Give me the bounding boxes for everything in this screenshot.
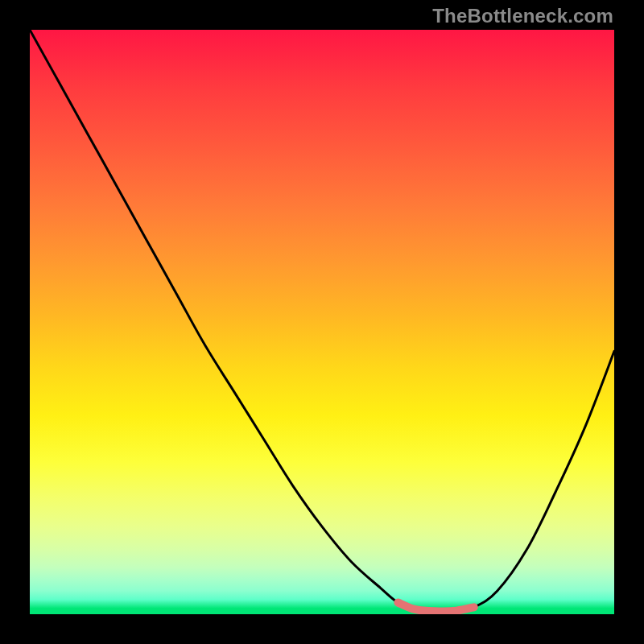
curve-svg bbox=[30, 30, 614, 614]
plot-area bbox=[30, 30, 614, 614]
optimal-range-highlight bbox=[398, 603, 473, 612]
chart-frame: TheBottleneck.com bbox=[0, 0, 644, 644]
watermark-text: TheBottleneck.com bbox=[432, 5, 613, 27]
bottleneck-curve bbox=[30, 30, 614, 612]
